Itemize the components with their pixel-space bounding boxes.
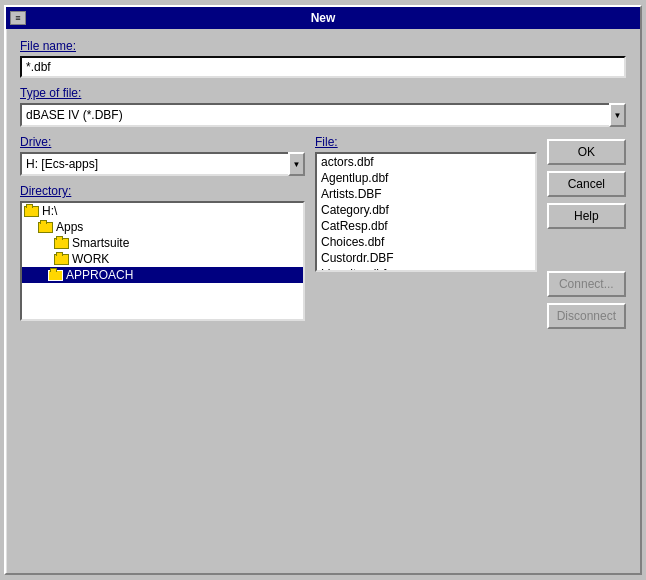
tree-item-work[interactable]: WORK [22,251,303,267]
dialog-body: File name: Type of file: dBASE IV (*.DBF… [6,29,640,339]
drive-icon [24,206,39,217]
spacer [547,235,626,265]
directory-tree[interactable]: H:\ Apps Smartsuite [20,201,305,321]
tree-item-smartsuite[interactable]: Smartsuite [22,235,303,251]
drive-wrapper: H: [Ecs-apps] C: D: [20,152,305,176]
panels-area: Drive: H: [Ecs-apps] C: D: Directory: [20,135,537,321]
approach-folder-icon [48,270,63,281]
help-button[interactable]: Help [547,203,626,229]
type-of-file-label: Type of file: [20,86,626,100]
right-panel: File: actors.dbf Agentlup.dbf Artists.DB… [315,135,537,321]
title-bar: ≡ New [6,7,640,29]
file-list-label: File: [315,135,537,149]
dialog-window: ≡ New File name: Type of file: dBASE IV … [4,5,642,575]
tree-item-apps[interactable]: Apps [22,219,303,235]
action-buttons: OK Cancel Help Connect... Disconnect [547,135,626,329]
cancel-button[interactable]: Cancel [547,171,626,197]
file-listbox[interactable]: actors.dbf Agentlup.dbf Artists.DBF Cate… [315,152,537,272]
list-item[interactable]: Artists.DBF [317,186,535,202]
list-item[interactable]: CatResp.dbf [317,218,535,234]
file-name-label: File name: [20,39,626,53]
work-folder-icon [54,254,69,265]
directory-label: Directory: [20,184,305,198]
drive-select[interactable]: H: [Ecs-apps] C: D: [20,152,305,176]
ok-button[interactable]: OK [547,139,626,165]
smartsuite-folder-icon [54,238,69,249]
tree-item-drive[interactable]: H:\ [22,203,303,219]
type-of-file-select[interactable]: dBASE IV (*.DBF) dBASE III (*.DBF) All f… [20,103,626,127]
main-row: Drive: H: [Ecs-apps] C: D: Directory: [20,135,626,329]
list-item[interactable]: Agentlup.dbf [317,170,535,186]
left-panel: Drive: H: [Ecs-apps] C: D: Directory: [20,135,305,321]
list-item[interactable]: Line_itm.dbf [317,266,535,272]
list-item[interactable]: Custordr.DBF [317,250,535,266]
apps-folder-icon [38,222,53,233]
list-item[interactable]: actors.dbf [317,154,535,170]
disconnect-button[interactable]: Disconnect [547,303,626,329]
connect-button[interactable]: Connect... [547,271,626,297]
window-title: New [311,11,336,25]
system-menu-icon[interactable]: ≡ [10,11,26,25]
type-of-file-wrapper: dBASE IV (*.DBF) dBASE III (*.DBF) All f… [20,103,626,127]
drive-label: Drive: [20,135,305,149]
file-name-input[interactable] [20,56,626,78]
list-item[interactable]: Category.dbf [317,202,535,218]
list-item[interactable]: Choices.dbf [317,234,535,250]
tree-item-approach[interactable]: APPROACH [22,267,303,283]
